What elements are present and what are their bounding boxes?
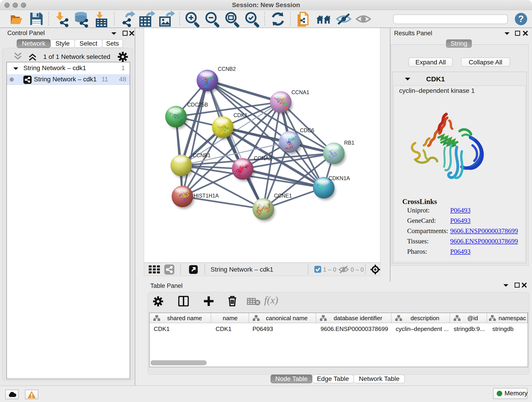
svg-text:CCNB1: CCNB1 xyxy=(193,153,210,158)
svg-text:CCNB2: CCNB2 xyxy=(218,66,236,72)
svg-text:CCNA1: CCNA1 xyxy=(291,89,309,95)
svg-text:CDK1: CDK1 xyxy=(234,112,247,118)
svg-text:CCNA2: CCNA2 xyxy=(254,155,272,161)
svg-text:?: ? xyxy=(518,14,524,24)
svg-text:CDC25B: CDC25B xyxy=(187,102,208,108)
svg-text:CCNE1: CCNE1 xyxy=(274,193,292,199)
svg-text:HIST1H1A: HIST1H1A xyxy=(194,193,219,199)
svg-text:RB1: RB1 xyxy=(344,140,355,146)
svg-text:CDKN1A: CDKN1A xyxy=(329,175,350,181)
svg-text:CDC6: CDC6 xyxy=(300,128,314,133)
